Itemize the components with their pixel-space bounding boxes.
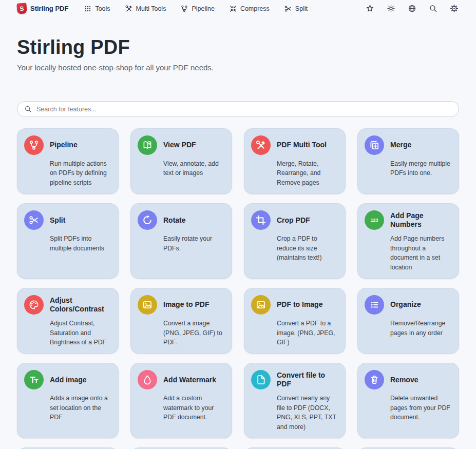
tool-card-add-watermark[interactable]: Add Watermark Add a custom watermark to …	[130, 363, 232, 438]
card-description: Convert a PDF to a image. (PNG, JPEG, GI…	[277, 319, 338, 347]
card-title: Pipeline	[50, 141, 78, 150]
gear-icon	[450, 4, 459, 13]
card-title: Merge	[390, 141, 411, 150]
card-header: Crop PDF	[251, 210, 338, 230]
card-description: Adds a image onto a set location on the …	[50, 394, 111, 422]
card-header: PDF to Image	[251, 295, 338, 315]
compress-icon	[229, 5, 237, 13]
card-description: Remove/Rearrange pages in any order	[390, 319, 451, 338]
merge-icon	[365, 135, 384, 155]
tool-card-pdf-to-image[interactable]: PDF to Image Convert a PDF to a image. (…	[244, 288, 346, 354]
search-button[interactable]	[428, 4, 437, 13]
text-T-icon	[28, 374, 40, 385]
tool-card-add-page-numbers[interactable]: 123 Add Page Numbers Add Page numbers th…	[357, 203, 459, 279]
nav-actions	[365, 4, 459, 13]
card-title: Adjust Colors/Contrast	[50, 296, 111, 314]
numbers-123-icon: 123	[365, 210, 384, 230]
theme-button[interactable]	[386, 4, 395, 13]
card-title: Convert file to PDF	[277, 371, 338, 389]
search-icon	[24, 105, 32, 113]
tool-card-split[interactable]: Split Split PDFs into multiple documents	[17, 203, 119, 279]
nav-item-compress[interactable]: Compress	[229, 5, 270, 13]
palette-icon	[28, 299, 40, 310]
image-icon	[142, 299, 153, 310]
numbers-123-icon: 123	[369, 214, 380, 226]
list-icon	[365, 295, 384, 315]
card-header: Pipeline	[24, 135, 111, 155]
card-header: Add image	[24, 370, 111, 389]
page-title: Stirling PDF	[17, 36, 459, 58]
nav-item-split[interactable]: Split	[284, 5, 308, 13]
tool-card-image-to-pdf[interactable]: Image to PDF Convert a image (PNG, JPEG,…	[130, 288, 232, 354]
trash-icon	[365, 370, 384, 389]
card-title: PDF to Image	[277, 300, 322, 309]
pipeline-icon	[180, 5, 188, 13]
card-header: PDF Multi Tool	[251, 135, 338, 155]
hammer-wrench-icon	[251, 135, 271, 155]
book-icon	[142, 140, 153, 151]
tool-card-view-pdf[interactable]: View PDF View, annotate, add text or ima…	[130, 128, 232, 194]
card-header: Image to PDF	[138, 295, 224, 315]
rotate-icon	[142, 214, 153, 226]
card-description: Run multiple actions on PDFs by defining…	[50, 159, 111, 187]
card-header: Convert file to PDF	[251, 370, 338, 389]
text-T-icon	[24, 370, 44, 389]
card-description: Easily rotate your PDFs.	[163, 234, 224, 253]
tool-card-organize[interactable]: Organize Remove/Rearrange pages in any o…	[357, 288, 459, 354]
stirling-shield-icon: S	[16, 3, 27, 14]
brand-logo[interactable]: S Stirling PDF	[17, 3, 68, 14]
card-header: 123 Add Page Numbers	[365, 210, 451, 230]
card-header: Rotate	[138, 210, 224, 230]
nav-item-pipeline[interactable]: Pipeline	[180, 5, 214, 13]
trash-icon	[369, 374, 380, 385]
navbar: S Stirling PDF Tools Multi Tools Pipelin…	[0, 0, 476, 17]
settings-button[interactable]	[449, 4, 459, 13]
crop-icon	[251, 210, 271, 230]
favorites-button[interactable]	[365, 4, 374, 13]
card-description: Convert a image (PNG, JPEG, GIF) to PDF.	[163, 319, 224, 347]
tool-card-adjust-colors-contrast[interactable]: Adjust Colors/Contrast Adjust Contrast, …	[17, 288, 119, 354]
brightness-icon	[387, 4, 395, 13]
hammer-wrench-icon	[125, 5, 133, 13]
tool-card-pdf-multi-tool[interactable]: PDF Multi Tool Merge, Rotate, Rearrange,…	[244, 128, 346, 194]
tool-card-pipeline[interactable]: Pipeline Run multiple actions on PDFs by…	[17, 128, 119, 194]
search-icon	[24, 105, 32, 113]
tool-card-merge[interactable]: Merge Easily merge multiple PDFs into on…	[357, 128, 459, 194]
crop-icon	[255, 214, 266, 226]
tools-grid: Pipeline Run multiple actions on PDFs by…	[17, 128, 459, 449]
tool-card-convert-file-to-pdf[interactable]: Convert file to PDF Convert nearly any f…	[244, 363, 346, 438]
card-title: PDF Multi Tool	[277, 141, 327, 150]
droplet-icon	[142, 374, 153, 385]
nav-item-multi-tools[interactable]: Multi Tools	[125, 5, 166, 13]
card-title: Add image	[50, 376, 87, 385]
card-title: Image to PDF	[163, 300, 209, 309]
tool-card-add-image[interactable]: Add image Adds a image onto a set locati…	[17, 363, 119, 438]
card-description: Merge, Rotate, Rearrange, and Remove pag…	[277, 159, 338, 187]
tool-card-crop-pdf[interactable]: Crop PDF Crop a PDF to reduce its size (…	[244, 203, 346, 279]
nav-item-tools[interactable]: Tools	[84, 5, 110, 13]
card-header: Split	[24, 210, 111, 230]
card-header: Organize	[365, 295, 451, 315]
feature-search-bar[interactable]	[17, 101, 459, 117]
search-input[interactable]	[36, 106, 451, 113]
card-header: Remove	[365, 370, 451, 389]
nav-item-label: Multi Tools	[136, 5, 166, 12]
card-header: Add Watermark	[138, 370, 224, 389]
card-description: Add a custom watermark to your PDF docum…	[163, 394, 224, 422]
card-description: Add Page numbers throughout a document i…	[390, 234, 451, 272]
nav-item-label: Split	[295, 5, 308, 12]
search-icon	[429, 4, 437, 13]
image-icon	[251, 295, 271, 315]
card-title: Rotate	[163, 216, 186, 225]
language-button[interactable]	[407, 4, 416, 13]
card-description: Delete unwanted pages from your PDF docu…	[390, 394, 451, 422]
tool-card-remove[interactable]: Remove Delete unwanted pages from your P…	[357, 363, 459, 438]
star-icon	[366, 4, 374, 13]
tool-card-rotate[interactable]: Rotate Easily rotate your PDFs.	[130, 203, 232, 279]
nav-item-label: Compress	[240, 5, 270, 12]
droplet-icon	[138, 370, 157, 389]
card-title: View PDF	[163, 141, 196, 150]
pipeline-icon	[180, 5, 188, 13]
nav-menu: Tools Multi Tools Pipeline Compress Spli…	[84, 5, 308, 13]
card-description: Adjust Contrast, Saturation and Brightne…	[50, 319, 111, 347]
